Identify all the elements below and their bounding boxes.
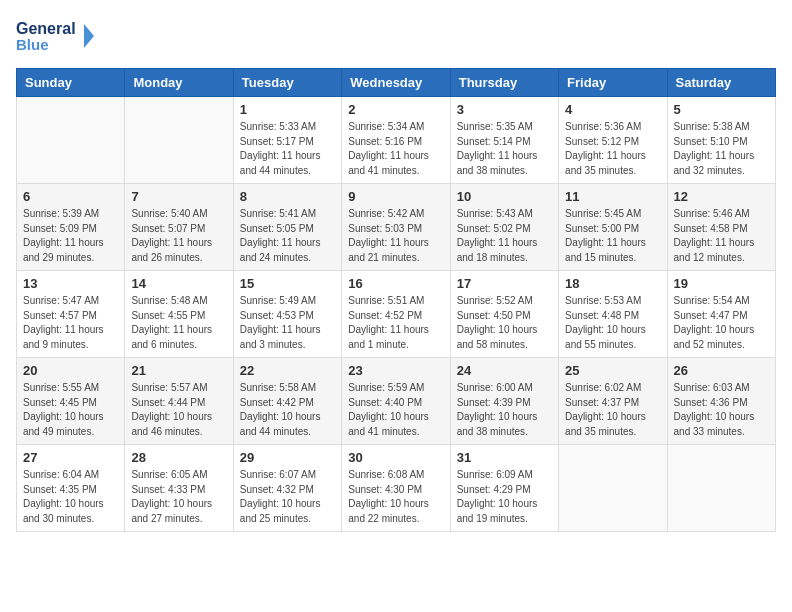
day-number: 10 [457, 189, 552, 204]
day-info: Sunrise: 5:45 AMSunset: 5:00 PMDaylight:… [565, 207, 660, 265]
day-number: 30 [348, 450, 443, 465]
calendar-day-cell: 14Sunrise: 5:48 AMSunset: 4:55 PMDayligh… [125, 271, 233, 358]
calendar-day-cell: 6Sunrise: 5:39 AMSunset: 5:09 PMDaylight… [17, 184, 125, 271]
weekday-header-monday: Monday [125, 69, 233, 97]
calendar-day-cell: 27Sunrise: 6:04 AMSunset: 4:35 PMDayligh… [17, 445, 125, 532]
weekday-header-tuesday: Tuesday [233, 69, 341, 97]
day-info: Sunrise: 5:48 AMSunset: 4:55 PMDaylight:… [131, 294, 226, 352]
calendar-day-cell: 1Sunrise: 5:33 AMSunset: 5:17 PMDaylight… [233, 97, 341, 184]
day-number: 29 [240, 450, 335, 465]
day-number: 15 [240, 276, 335, 291]
day-number: 13 [23, 276, 118, 291]
day-info: Sunrise: 5:42 AMSunset: 5:03 PMDaylight:… [348, 207, 443, 265]
day-number: 4 [565, 102, 660, 117]
day-info: Sunrise: 5:59 AMSunset: 4:40 PMDaylight:… [348, 381, 443, 439]
day-info: Sunrise: 5:54 AMSunset: 4:47 PMDaylight:… [674, 294, 769, 352]
day-info: Sunrise: 5:33 AMSunset: 5:17 PMDaylight:… [240, 120, 335, 178]
calendar-week-row: 27Sunrise: 6:04 AMSunset: 4:35 PMDayligh… [17, 445, 776, 532]
day-number: 26 [674, 363, 769, 378]
calendar-day-cell: 13Sunrise: 5:47 AMSunset: 4:57 PMDayligh… [17, 271, 125, 358]
svg-text:General: General [16, 20, 76, 37]
calendar-week-row: 6Sunrise: 5:39 AMSunset: 5:09 PMDaylight… [17, 184, 776, 271]
calendar-day-cell: 21Sunrise: 5:57 AMSunset: 4:44 PMDayligh… [125, 358, 233, 445]
day-info: Sunrise: 5:38 AMSunset: 5:10 PMDaylight:… [674, 120, 769, 178]
calendar-day-cell: 19Sunrise: 5:54 AMSunset: 4:47 PMDayligh… [667, 271, 775, 358]
day-info: Sunrise: 5:57 AMSunset: 4:44 PMDaylight:… [131, 381, 226, 439]
day-info: Sunrise: 5:34 AMSunset: 5:16 PMDaylight:… [348, 120, 443, 178]
day-info: Sunrise: 5:36 AMSunset: 5:12 PMDaylight:… [565, 120, 660, 178]
day-info: Sunrise: 6:05 AMSunset: 4:33 PMDaylight:… [131, 468, 226, 526]
calendar-day-cell: 28Sunrise: 6:05 AMSunset: 4:33 PMDayligh… [125, 445, 233, 532]
day-info: Sunrise: 5:49 AMSunset: 4:53 PMDaylight:… [240, 294, 335, 352]
day-info: Sunrise: 5:41 AMSunset: 5:05 PMDaylight:… [240, 207, 335, 265]
day-info: Sunrise: 5:47 AMSunset: 4:57 PMDaylight:… [23, 294, 118, 352]
day-number: 12 [674, 189, 769, 204]
calendar-day-cell: 25Sunrise: 6:02 AMSunset: 4:37 PMDayligh… [559, 358, 667, 445]
day-info: Sunrise: 5:40 AMSunset: 5:07 PMDaylight:… [131, 207, 226, 265]
day-info: Sunrise: 6:07 AMSunset: 4:32 PMDaylight:… [240, 468, 335, 526]
calendar-day-cell: 7Sunrise: 5:40 AMSunset: 5:07 PMDaylight… [125, 184, 233, 271]
calendar-day-cell: 10Sunrise: 5:43 AMSunset: 5:02 PMDayligh… [450, 184, 558, 271]
day-info: Sunrise: 6:03 AMSunset: 4:36 PMDaylight:… [674, 381, 769, 439]
calendar: SundayMondayTuesdayWednesdayThursdayFrid… [16, 68, 776, 532]
day-number: 31 [457, 450, 552, 465]
day-info: Sunrise: 5:53 AMSunset: 4:48 PMDaylight:… [565, 294, 660, 352]
day-info: Sunrise: 6:09 AMSunset: 4:29 PMDaylight:… [457, 468, 552, 526]
calendar-empty-cell [125, 97, 233, 184]
day-info: Sunrise: 5:46 AMSunset: 4:58 PMDaylight:… [674, 207, 769, 265]
day-number: 20 [23, 363, 118, 378]
logo-svg: GeneralBlue [16, 16, 96, 56]
day-number: 25 [565, 363, 660, 378]
weekday-header-saturday: Saturday [667, 69, 775, 97]
day-number: 6 [23, 189, 118, 204]
svg-text:Blue: Blue [16, 36, 49, 53]
calendar-day-cell: 31Sunrise: 6:09 AMSunset: 4:29 PMDayligh… [450, 445, 558, 532]
calendar-day-cell: 12Sunrise: 5:46 AMSunset: 4:58 PMDayligh… [667, 184, 775, 271]
calendar-day-cell: 18Sunrise: 5:53 AMSunset: 4:48 PMDayligh… [559, 271, 667, 358]
calendar-day-cell: 11Sunrise: 5:45 AMSunset: 5:00 PMDayligh… [559, 184, 667, 271]
weekday-header-friday: Friday [559, 69, 667, 97]
calendar-empty-cell [667, 445, 775, 532]
day-number: 2 [348, 102, 443, 117]
calendar-day-cell: 2Sunrise: 5:34 AMSunset: 5:16 PMDaylight… [342, 97, 450, 184]
day-number: 14 [131, 276, 226, 291]
svg-marker-2 [84, 24, 94, 48]
day-info: Sunrise: 5:35 AMSunset: 5:14 PMDaylight:… [457, 120, 552, 178]
day-info: Sunrise: 6:02 AMSunset: 4:37 PMDaylight:… [565, 381, 660, 439]
weekday-header-row: SundayMondayTuesdayWednesdayThursdayFrid… [17, 69, 776, 97]
calendar-empty-cell [17, 97, 125, 184]
calendar-day-cell: 8Sunrise: 5:41 AMSunset: 5:05 PMDaylight… [233, 184, 341, 271]
day-number: 22 [240, 363, 335, 378]
day-number: 21 [131, 363, 226, 378]
day-number: 18 [565, 276, 660, 291]
day-number: 1 [240, 102, 335, 117]
calendar-day-cell: 4Sunrise: 5:36 AMSunset: 5:12 PMDaylight… [559, 97, 667, 184]
calendar-day-cell: 20Sunrise: 5:55 AMSunset: 4:45 PMDayligh… [17, 358, 125, 445]
calendar-day-cell: 17Sunrise: 5:52 AMSunset: 4:50 PMDayligh… [450, 271, 558, 358]
day-number: 3 [457, 102, 552, 117]
day-number: 16 [348, 276, 443, 291]
day-info: Sunrise: 6:00 AMSunset: 4:39 PMDaylight:… [457, 381, 552, 439]
calendar-day-cell: 30Sunrise: 6:08 AMSunset: 4:30 PMDayligh… [342, 445, 450, 532]
calendar-day-cell: 15Sunrise: 5:49 AMSunset: 4:53 PMDayligh… [233, 271, 341, 358]
weekday-header-thursday: Thursday [450, 69, 558, 97]
calendar-week-row: 1Sunrise: 5:33 AMSunset: 5:17 PMDaylight… [17, 97, 776, 184]
day-number: 9 [348, 189, 443, 204]
calendar-day-cell: 9Sunrise: 5:42 AMSunset: 5:03 PMDaylight… [342, 184, 450, 271]
day-info: Sunrise: 5:58 AMSunset: 4:42 PMDaylight:… [240, 381, 335, 439]
day-number: 7 [131, 189, 226, 204]
weekday-header-sunday: Sunday [17, 69, 125, 97]
day-info: Sunrise: 5:51 AMSunset: 4:52 PMDaylight:… [348, 294, 443, 352]
day-number: 28 [131, 450, 226, 465]
weekday-header-wednesday: Wednesday [342, 69, 450, 97]
calendar-week-row: 13Sunrise: 5:47 AMSunset: 4:57 PMDayligh… [17, 271, 776, 358]
day-number: 8 [240, 189, 335, 204]
header: GeneralBlue [16, 16, 776, 56]
calendar-day-cell: 5Sunrise: 5:38 AMSunset: 5:10 PMDaylight… [667, 97, 775, 184]
calendar-day-cell: 29Sunrise: 6:07 AMSunset: 4:32 PMDayligh… [233, 445, 341, 532]
day-info: Sunrise: 5:55 AMSunset: 4:45 PMDaylight:… [23, 381, 118, 439]
calendar-day-cell: 24Sunrise: 6:00 AMSunset: 4:39 PMDayligh… [450, 358, 558, 445]
day-info: Sunrise: 5:39 AMSunset: 5:09 PMDaylight:… [23, 207, 118, 265]
day-number: 19 [674, 276, 769, 291]
day-number: 11 [565, 189, 660, 204]
